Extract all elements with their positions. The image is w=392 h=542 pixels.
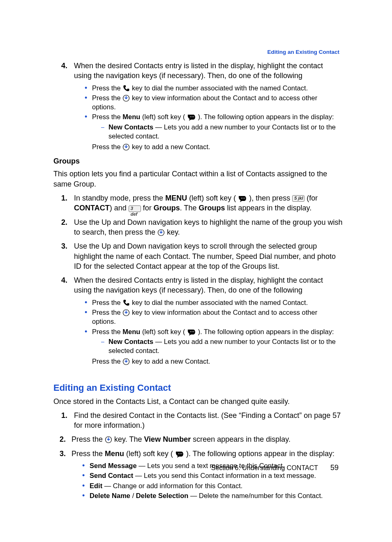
bullet-icon: • — [82, 461, 90, 470]
softkey-dots-icon — [175, 450, 184, 458]
page-footer: Section 6: Understanding CONTACT 59 — [211, 464, 339, 472]
groups-intro: This option lets you find a particular C… — [53, 169, 343, 189]
ok-key-icon — [122, 143, 130, 151]
softkey-dots-icon — [238, 195, 247, 202]
groups-step-4-number: 4. — [53, 275, 74, 366]
page: Editing an Existing Contact 4. When the … — [0, 0, 392, 542]
footer-section: Section 6: Understanding CONTACT — [211, 464, 318, 472]
bullet-icon: • — [82, 481, 90, 490]
heading-groups: Groups — [53, 157, 343, 166]
dial-key-icon — [122, 299, 130, 307]
bullet-icon: • — [82, 471, 90, 480]
ok-key-icon — [122, 95, 130, 102]
editing-intro: Once stored in the Contacts List, a Cont… — [53, 397, 343, 406]
bullet-icon: • — [85, 93, 92, 112]
heading-editing: Editing an Existing Contact — [53, 383, 343, 393]
groups-step-1-number: 1. — [53, 193, 74, 213]
running-head: Editing an Existing Contact — [267, 49, 339, 55]
bullet-icon: • — [82, 491, 90, 500]
dial-key-icon — [122, 85, 130, 92]
bullet-icon: • — [85, 298, 92, 307]
bullet-icon: • — [85, 83, 92, 92]
editing-step-3-number: 3. — [53, 449, 71, 500]
editing-step-2-number: 2. — [53, 434, 71, 444]
dash-icon: – — [101, 122, 108, 141]
ok-key-icon — [122, 358, 130, 365]
ok-key-icon — [105, 436, 112, 443]
ok-key-icon — [122, 309, 130, 316]
dash-icon: – — [101, 337, 108, 355]
bullet-icon: • — [85, 112, 92, 151]
ok-key-icon — [157, 229, 165, 236]
groups-step-3-number: 3. — [53, 241, 74, 271]
softkey-dots-icon — [187, 328, 196, 336]
softkey-dots-icon — [187, 113, 196, 121]
bullet-icon: • — [85, 308, 92, 326]
block-continuation: 4. When the desired Contacts entry is li… — [53, 61, 343, 151]
editing-step-1-number: 1. — [53, 411, 74, 431]
bullet-icon: • — [85, 327, 92, 366]
step4-text: When the desired Contacts entry is liste… — [74, 62, 323, 80]
key-5-icon — [292, 195, 304, 202]
key-3-icon — [129, 205, 141, 212]
step-number-4: 4. — [53, 61, 74, 151]
page-number: 59 — [330, 464, 339, 472]
groups-step-2-number: 2. — [53, 217, 74, 238]
